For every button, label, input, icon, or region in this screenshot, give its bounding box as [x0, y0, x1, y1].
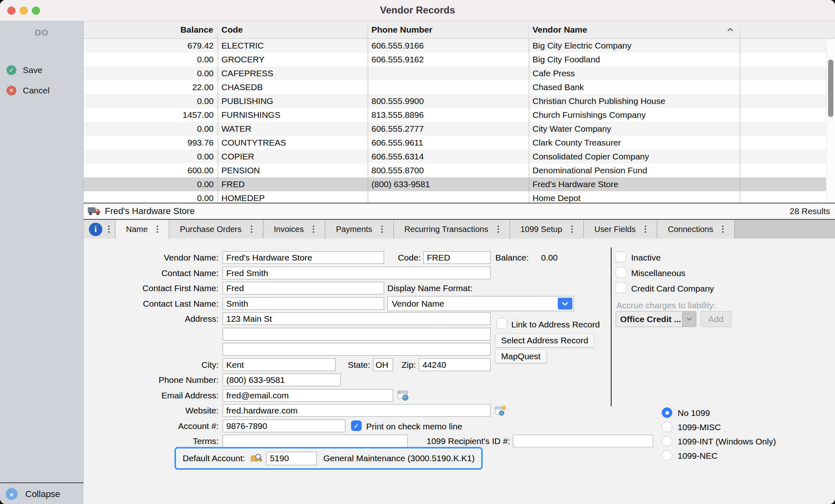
table-row[interactable]: 600.00 PENSION 800.555.8700 Denomination…	[84, 164, 826, 177]
table-row[interactable]: 0.00 COPIER 606.555.6314 Consolidated Co…	[84, 150, 826, 164]
vendor-truck-icon	[88, 206, 101, 217]
contact-first-name-input[interactable]	[223, 282, 384, 294]
cell-empty	[740, 122, 826, 136]
collapse-button[interactable]: « Collapse	[0, 482, 84, 504]
table-row[interactable]: 993.76 COUNTYTREAS 606.555.9611 Clark Co…	[84, 136, 826, 150]
window-title: Vendor Records	[0, 4, 835, 16]
tab-label: Connections	[668, 225, 713, 234]
cell-balance: 993.76	[84, 136, 218, 150]
default-account-field-group: Default Account: General Maintenance (30…	[175, 447, 483, 470]
cell-vendor-name: Christian Church Publishing House	[529, 94, 740, 108]
contact-name-input[interactable]	[223, 267, 490, 279]
column-header-phone[interactable]: Phone Number	[368, 21, 529, 38]
default-account-input[interactable]	[266, 452, 317, 465]
tab[interactable]: 1099 Setup	[510, 220, 584, 239]
table-row[interactable]: 22.00 CHASEDB Chased Bank	[84, 80, 826, 94]
column-separator	[529, 39, 529, 203]
send-email-icon[interactable]	[397, 389, 409, 402]
address-label: Address:	[84, 314, 219, 324]
cell-phone: 800.555.9900	[368, 94, 529, 108]
accrue-liability-dropdown[interactable]: Office Credit ...	[616, 311, 696, 327]
radio-button[interactable]	[662, 450, 672, 461]
display-name-format-dropdown[interactable]: Vendor Name	[387, 296, 574, 311]
table-row[interactable]: 0.00 GROCERY 606.555.9162 Big City Foodl…	[84, 53, 826, 66]
column-header-vendor-name[interactable]: Vendor Name	[529, 21, 740, 38]
mapquest-button[interactable]: MapQuest	[495, 349, 547, 363]
phone-number-label: Phone Number:	[84, 375, 219, 385]
zip-label: Zip:	[383, 360, 416, 370]
cell-phone: 606.555.6314	[368, 150, 529, 164]
table-row[interactable]: 0.00 FRED (800) 633-9581 Fred's Hardware…	[84, 177, 826, 191]
city-label: City:	[84, 360, 219, 370]
flag-label: Miscellaneous	[631, 268, 685, 278]
phone-number-input[interactable]	[223, 374, 341, 386]
cell-phone: 800.555.8700	[368, 164, 529, 177]
terms-input[interactable]	[223, 435, 408, 447]
cell-balance: 22.00	[84, 80, 218, 94]
recipient-id-input[interactable]	[513, 435, 653, 447]
drag-handle-icon	[497, 228, 499, 230]
table-row[interactable]: 0.00 CAFEPRESS Cafe Press	[84, 66, 826, 80]
tab[interactable]: User Fields	[584, 220, 657, 239]
default-account-description: General Maintenance (3000.5190.K.K1)	[323, 453, 475, 463]
scrollbar-thumb[interactable]	[828, 60, 833, 117]
cell-code: FRED	[218, 177, 368, 191]
website-input[interactable]	[223, 404, 490, 417]
tab[interactable]: Purchase Orders	[169, 220, 263, 239]
table-row[interactable]: 0.00 WATER 606.555.2777 City Water Compa…	[84, 122, 826, 136]
table-row[interactable]: 679.42 ELECTRIC 606.555.9166 Big City El…	[84, 39, 826, 53]
cell-code: CHASEDB	[218, 80, 368, 94]
tab[interactable]: Payments	[325, 220, 394, 239]
address-line1-input[interactable]	[223, 312, 490, 325]
account-lookup-icon[interactable]	[250, 453, 262, 464]
cell-code: CAFEPRESS	[218, 66, 368, 80]
select-address-record-button[interactable]: Select Address Record	[495, 333, 594, 347]
tab-bar: i Name Purchase Orders Invoices	[84, 220, 835, 239]
cancel-x-icon: ✕	[7, 86, 16, 95]
cell-code: COPIER	[218, 150, 368, 164]
column-header-code[interactable]: Code	[218, 21, 368, 38]
drag-handle-icon	[251, 228, 252, 230]
cell-vendor-name: City Water Company	[529, 122, 740, 136]
open-website-icon[interactable]	[495, 405, 507, 417]
save-button[interactable]: ✓ Save	[7, 65, 42, 75]
cell-code: PUBLISHING	[218, 94, 368, 108]
print-on-check-memo-checkbox[interactable]: ✓	[351, 420, 362, 431]
drag-handle-icon	[381, 228, 383, 230]
flag-checkbox[interactable]	[616, 283, 626, 293]
address-line3-input[interactable]	[223, 343, 490, 356]
cancel-button[interactable]: ✕ Cancel	[7, 86, 49, 95]
code-input[interactable]	[423, 251, 490, 264]
tab[interactable]: Recurring Transactions	[394, 220, 510, 239]
display-name-format-label: Display Name Format:	[387, 283, 473, 293]
column-header-balance[interactable]: Balance	[84, 21, 218, 38]
tab[interactable]: Connections	[657, 220, 735, 239]
table-row[interactable]: 0.00 HOMEDEP Home Depot	[84, 191, 826, 203]
radio-button[interactable]	[662, 436, 672, 447]
link-to-address-record-checkbox[interactable]	[497, 318, 507, 329]
contact-last-name-input[interactable]	[223, 297, 384, 310]
address-line2-input[interactable]	[223, 328, 490, 340]
cell-vendor-name: Denominational Pension Fund	[529, 164, 740, 177]
account-number-input[interactable]	[223, 420, 345, 432]
sidebar: DO ✓ Save ✕ Cancel « Collapse	[0, 21, 84, 504]
flag-checkbox[interactable]	[616, 267, 626, 278]
tab-label: Name	[126, 225, 148, 234]
tab[interactable]: Invoices	[263, 220, 325, 239]
table-row[interactable]: 1457.00 FURNISHINGS 813.555.8896 Church …	[84, 108, 826, 122]
zip-input[interactable]	[419, 358, 490, 371]
table-row[interactable]: 0.00 PUBLISHING 800.555.9900 Christian C…	[84, 94, 826, 108]
city-input[interactable]	[223, 358, 336, 371]
contact-last-name-label: Contact Last Name:	[84, 299, 219, 309]
vendor-name-label: Vendor Name:	[84, 253, 219, 263]
info-tab[interactable]: i	[84, 220, 115, 239]
cell-balance: 0.00	[84, 177, 218, 191]
record-status-bar: Fred's Hardware Store 28 Results	[84, 203, 835, 219]
tab[interactable]: Name	[115, 220, 169, 239]
add-liability-button[interactable]: Add	[700, 311, 731, 327]
save-label: Save	[23, 65, 42, 75]
radio-button[interactable]	[662, 422, 672, 432]
flag-checkbox[interactable]	[616, 252, 626, 262]
email-address-input[interactable]	[223, 389, 393, 402]
radio-button[interactable]	[662, 407, 672, 418]
